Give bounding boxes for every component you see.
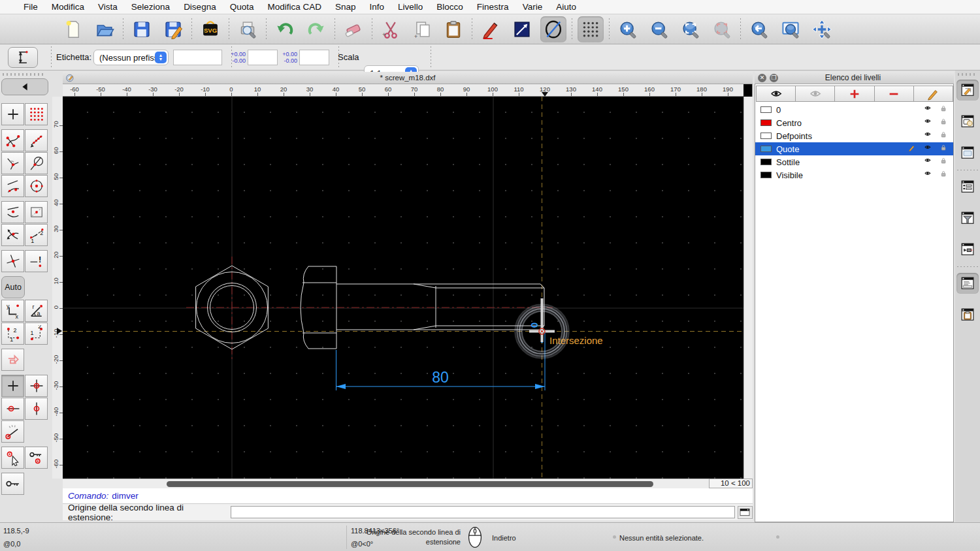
- block-list-toggle-button[interactable]: [956, 111, 979, 132]
- layer-remove-button[interactable]: [874, 86, 914, 102]
- zoom-window-button[interactable]: [777, 16, 804, 42]
- zoom-out-button[interactable]: [646, 16, 672, 42]
- copy-button[interactable]: +: [409, 16, 435, 42]
- clipboard-panel-toggle-button[interactable]: [956, 304, 979, 325]
- menu-item-varie[interactable]: Varie: [523, 2, 543, 12]
- snap-free-button[interactable]: [1, 103, 24, 125]
- dimension-80[interactable]: 80: [336, 333, 546, 390]
- snap-tangent-button[interactable]: [25, 152, 48, 174]
- pen-toolbar-toggle-button[interactable]: [956, 239, 979, 260]
- tolerance-upper-input[interactable]: [248, 50, 278, 65]
- back-button[interactable]: [1, 78, 48, 95]
- angle-gauge-button[interactable]: [1, 420, 24, 443]
- menu-item-quota[interactable]: Quota: [230, 2, 254, 12]
- eye-none-button[interactable]: [795, 86, 835, 102]
- selection-filter-toggle-button[interactable]: [956, 208, 979, 228]
- zoom-previous-button[interactable]: [746, 16, 772, 42]
- snap-endpoints-button[interactable]: [1, 129, 24, 151]
- menu-item-vista[interactable]: Vista: [98, 2, 118, 12]
- menu-item-seleziona[interactable]: Seleziona: [131, 2, 170, 12]
- draw-ellipse-button[interactable]: [540, 16, 566, 42]
- paste-button[interactable]: [440, 16, 466, 42]
- restrict-vertical-button[interactable]: [25, 398, 48, 420]
- layer-row-sottile[interactable]: Sottile: [755, 155, 953, 168]
- undo-button[interactable]: [272, 16, 298, 42]
- snap-middle-button[interactable]: [1, 201, 24, 223]
- print-preview-button[interactable]: [235, 16, 261, 42]
- eye-all-button[interactable]: [756, 86, 796, 102]
- menu-item-blocco[interactable]: Blocco: [436, 2, 463, 12]
- command-line-toggle-button[interactable]: [956, 273, 979, 294]
- file-open-button[interactable]: [91, 16, 118, 42]
- horizontal-scrollbar[interactable]: [63, 479, 709, 488]
- menu-item-file[interactable]: File: [24, 2, 38, 12]
- snap-intersection-button[interactable]: [1, 250, 24, 272]
- file-new-button[interactable]: [60, 16, 86, 42]
- drawing-window-titlebar[interactable]: * screw_m18.dxf: [63, 72, 753, 84]
- label-input[interactable]: [173, 50, 222, 65]
- menu-item-aiuto[interactable]: Aiuto: [556, 2, 576, 12]
- zoom-auto-button[interactable]: [678, 16, 704, 42]
- snap-perpendicular-button[interactable]: [1, 152, 24, 174]
- layer-add-button[interactable]: [834, 86, 874, 102]
- snap-exclude-button[interactable]: !: [25, 250, 48, 272]
- snap-auto-button[interactable]: Auto: [1, 276, 25, 298]
- file-save-as-button[interactable]: [160, 16, 186, 42]
- lock-relative-zero-small-button[interactable]: [25, 447, 48, 469]
- snap-intersection-auto-button[interactable]: [1, 224, 24, 246]
- vertical-scrollbar[interactable]: [743, 97, 753, 479]
- hscroll-thumb[interactable]: [167, 481, 653, 487]
- layer-row-0[interactable]: 0: [755, 103, 953, 116]
- redo-button[interactable]: [303, 16, 329, 42]
- layer-row-defpoints[interactable]: Defpoints: [755, 129, 953, 142]
- zoom-in-button[interactable]: [615, 16, 641, 42]
- restrict-nothing-button[interactable]: [1, 375, 24, 397]
- menu-item-modifica[interactable]: Modifica: [52, 2, 84, 12]
- menu-item-snap[interactable]: Snap: [335, 2, 356, 12]
- grid-button[interactable]: [578, 16, 604, 42]
- menu-item-info[interactable]: Info: [370, 2, 385, 12]
- command-window-toggle-button[interactable]: [738, 506, 753, 519]
- menu-item-finestra[interactable]: Finestra: [477, 2, 509, 12]
- zoom-selection-button[interactable]: [709, 16, 735, 42]
- svg-export-button[interactable]: SVG: [197, 16, 223, 42]
- coord-cartesian-button[interactable]: yx: [1, 300, 24, 322]
- dimension-vertical-tool-button[interactable]: [8, 47, 38, 68]
- pencil-button[interactable]: [478, 16, 504, 42]
- restrict-free-button[interactable]: [1, 349, 24, 371]
- layer-list-toggle-button[interactable]: [956, 80, 979, 101]
- layer-edit-button[interactable]: [913, 86, 953, 102]
- panel-detach-button[interactable]: ❐: [770, 74, 778, 82]
- snap-intersection-manual-button[interactable]: 12: [25, 224, 48, 246]
- eraser-button[interactable]: [340, 16, 367, 42]
- snap-grid-button[interactable]: [25, 103, 48, 125]
- menu-item-livello[interactable]: Livello: [398, 2, 423, 12]
- command-input[interactable]: [231, 506, 735, 518]
- library-browser-toggle-button[interactable]: [956, 142, 979, 163]
- menu-item-disegna[interactable]: Disegna: [184, 2, 216, 12]
- tolerance-lower-input[interactable]: [299, 50, 329, 65]
- file-save-button[interactable]: [129, 16, 155, 42]
- layer-row-quote[interactable]: Quote: [755, 142, 953, 155]
- snap-reference-button[interactable]: [25, 201, 48, 223]
- property-editor-toggle-button[interactable]: [956, 176, 979, 197]
- snap-nearest-button[interactable]: [1, 175, 24, 197]
- corner-order-b-button[interactable]: 12: [25, 323, 48, 345]
- panel-close-button[interactable]: ✕: [758, 74, 766, 82]
- restrict-horizontal-button[interactable]: [1, 398, 24, 420]
- snap-on-entity-button[interactable]: [25, 129, 48, 151]
- set-relative-zero-button[interactable]: [1, 447, 24, 469]
- snap-center-button[interactable]: [25, 175, 48, 197]
- restrict-orthogonal-button[interactable]: [25, 375, 48, 397]
- cut-button[interactable]: +: [378, 16, 404, 42]
- coord-polar-button[interactable]: ra: [25, 300, 48, 322]
- zoom-pan-button[interactable]: [809, 16, 835, 42]
- corner-order-a-button[interactable]: 12: [1, 323, 24, 345]
- layer-row-visibile[interactable]: Visibile: [755, 168, 953, 181]
- layer-row-centro[interactable]: Centro: [755, 116, 953, 129]
- prefix-dropdown[interactable]: (Nessun prefiss ▲▼: [93, 50, 169, 65]
- lock-relative-zero-button[interactable]: [1, 473, 24, 495]
- menu-item-modifica-cad[interactable]: Modifica CAD: [267, 2, 321, 12]
- draw-line-button[interactable]: [509, 16, 535, 42]
- drawing-canvas[interactable]: 80 0 Intersezione: [63, 97, 743, 479]
